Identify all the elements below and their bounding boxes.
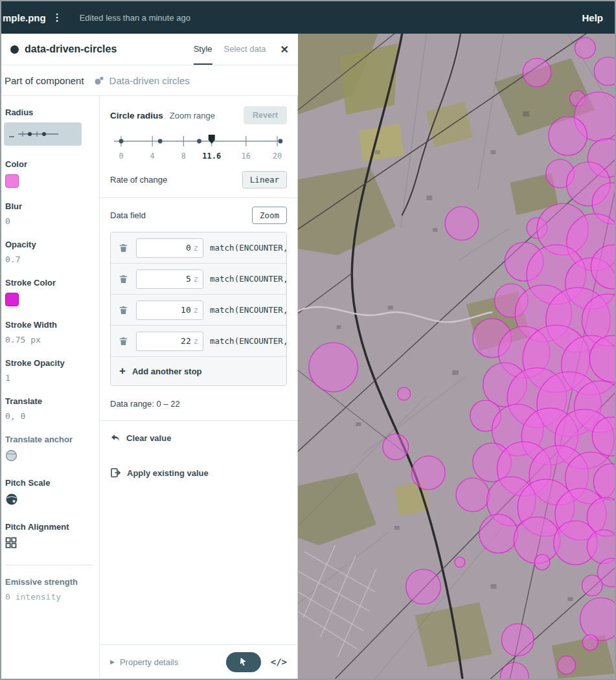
- close-icon[interactable]: ✕: [280, 43, 289, 56]
- zoom-range-slider[interactable]: 048162011.6: [110, 128, 287, 166]
- stop-expression[interactable]: match(ENCOUNTER,: [210, 243, 286, 253]
- grid-icon: [5, 537, 17, 549]
- rate-of-change-row: Rate of change Linear: [110, 166, 287, 198]
- component-prefix: Part of component: [5, 75, 84, 86]
- map-svg: [298, 34, 615, 679]
- undo-icon: [110, 433, 120, 443]
- tab-select-data[interactable]: Select data: [224, 34, 266, 65]
- svg-text:20: 20: [273, 152, 282, 161]
- circle-layer-icon: [10, 45, 19, 54]
- sidebar-item-translate[interactable]: Translate 0, 0: [5, 396, 99, 421]
- trash-icon[interactable]: [117, 335, 130, 348]
- radius-editor: Circle radius Zoom range Revert 04816201…: [100, 96, 298, 679]
- component-icon: [93, 76, 104, 85]
- tab-style[interactable]: Style: [194, 34, 212, 65]
- zoom-slider-svg: 048162011.6: [110, 128, 292, 163]
- dark-globe-icon: [5, 493, 18, 506]
- triangle-icon: ▶: [110, 659, 115, 665]
- plus-icon: +: [119, 365, 126, 378]
- stop-expression[interactable]: match(ENCOUNTER,: [210, 274, 286, 284]
- kebab-menu-icon[interactable]: ⋮: [52, 12, 63, 23]
- stop-zoom-input[interactable]: 0 z: [136, 238, 203, 258]
- panel-footer: ▶ Property details </>: [100, 644, 297, 679]
- data-range-text: Data range: 0 – 22: [110, 399, 287, 409]
- cursor-icon: [238, 657, 248, 667]
- sidebar-item-opacity[interactable]: Opacity 0.7: [5, 240, 99, 264]
- data-field-button[interactable]: Zoom: [252, 207, 287, 224]
- sidebar-item-translate-anchor[interactable]: Translate anchor: [5, 435, 99, 464]
- apply-existing-value-button[interactable]: Apply existing value: [110, 468, 287, 478]
- help-link[interactable]: Help: [582, 12, 603, 23]
- code-view-button[interactable]: </>: [271, 657, 287, 667]
- sidebar-item-emissive-strength[interactable]: Emissive strength 0 intensity: [5, 577, 99, 602]
- component-link[interactable]: Data-driven circles: [109, 75, 190, 86]
- section-subtitle: Zoom range: [170, 111, 215, 120]
- svg-text:4: 4: [150, 152, 155, 161]
- panel-header: data-driven-circles Style Select data ✕: [1, 34, 298, 65]
- stop-expression[interactable]: match(ENCOUNTER,: [210, 305, 286, 315]
- globe-icon: [5, 449, 17, 462]
- color-swatch[interactable]: [5, 174, 19, 188]
- rate-of-change-label: Rate of change: [110, 175, 167, 185]
- sidebar-item-stroke-color[interactable]: Stroke Color: [5, 278, 99, 306]
- component-row: Part of component Data-driven circles: [1, 65, 298, 96]
- property-details-toggle[interactable]: ▶ Property details: [110, 657, 178, 667]
- svg-text:8: 8: [181, 152, 186, 161]
- stops-list: 0 z match(ENCOUNTER, 5 z: [110, 232, 287, 386]
- svg-text:0: 0: [119, 152, 123, 161]
- stop-zoom-input[interactable]: 22 z: [136, 332, 203, 351]
- app-window: mple.png ⋮ Edited less than a minute ago…: [0, 0, 616, 680]
- stroke-color-swatch[interactable]: [5, 293, 19, 306]
- sidebar-item-stroke-opacity[interactable]: Stroke Opacity 1: [5, 358, 99, 383]
- svg-text:16: 16: [242, 152, 251, 161]
- map-canvas[interactable]: [298, 34, 615, 679]
- select-mode-button[interactable]: [226, 652, 261, 672]
- add-another-stop-button[interactable]: + Add another stop: [111, 357, 286, 385]
- divider: [100, 420, 297, 421]
- sidebar-item-pitch-scale[interactable]: Pitch Scale: [5, 478, 99, 508]
- file-name: mple.png: [3, 12, 46, 23]
- stop-zoom-input[interactable]: 5 z: [136, 269, 203, 289]
- stop-zoom-input[interactable]: 10 z: [136, 300, 203, 320]
- clear-value-button[interactable]: Clear value: [110, 433, 287, 443]
- mini-slider-icon: [17, 130, 59, 139]
- trash-icon[interactable]: [117, 273, 130, 286]
- property-sidebar: Radius … C: [1, 96, 100, 679]
- panel-tabs: Style Select data: [194, 34, 266, 65]
- radius-zoom-preview[interactable]: …: [4, 122, 82, 146]
- apply-value-icon: [110, 468, 121, 478]
- edited-status: Edited less than a minute ago: [80, 13, 190, 23]
- sidebar-item-blur[interactable]: Blur 0: [5, 201, 99, 226]
- stop-row: 10 z match(ENCOUNTER,: [111, 295, 286, 326]
- layer-panel: data-driven-circles Style Select data ✕ …: [1, 34, 298, 679]
- sidebar-item-color[interactable]: Color: [5, 159, 99, 188]
- section-header: Circle radius Zoom range Revert: [110, 106, 287, 124]
- sidebar-item-radius[interactable]: Radius …: [5, 108, 99, 146]
- top-bar: mple.png ⋮ Edited less than a minute ago…: [1, 1, 615, 34]
- stop-expression[interactable]: match(ENCOUNTER,: [210, 336, 286, 346]
- rate-of-change-button[interactable]: Linear: [242, 171, 287, 188]
- layer-title: data-driven-circles: [25, 43, 117, 55]
- data-field-label: Data field: [110, 210, 146, 220]
- trash-icon[interactable]: [117, 242, 130, 255]
- revert-button[interactable]: Revert: [244, 106, 287, 124]
- section-title: Circle radius: [110, 111, 163, 120]
- stop-row: 22 z match(ENCOUNTER,: [111, 326, 286, 357]
- sidebar-item-stroke-width[interactable]: Stroke Width 0.75 px: [5, 320, 99, 345]
- stop-row: 5 z match(ENCOUNTER,: [111, 264, 286, 295]
- svg-text:11.6: 11.6: [202, 152, 221, 161]
- data-field-row: Data field Zoom: [110, 198, 287, 232]
- stop-row: 0 z match(ENCOUNTER,: [111, 232, 286, 264]
- sidebar-divider: [5, 565, 93, 565]
- trash-icon[interactable]: [117, 304, 130, 317]
- sidebar-item-pitch-alignment[interactable]: Pitch Alignment: [5, 522, 99, 551]
